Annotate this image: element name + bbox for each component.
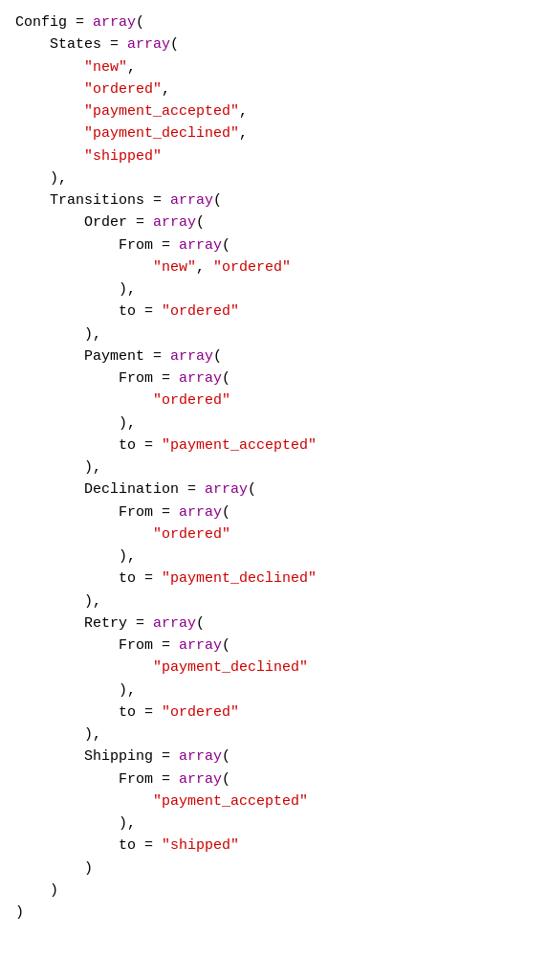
- code-line: ),: [15, 323, 531, 345]
- code-token: States =: [15, 36, 127, 53]
- code-token: "ordered": [162, 303, 239, 320]
- code-token: "ordered": [84, 81, 162, 98]
- code-token: ),: [15, 415, 136, 432]
- code-line: From = array(: [15, 635, 531, 657]
- code-token: to =: [15, 303, 162, 320]
- code-token: "ordered": [213, 259, 291, 276]
- code-line: "ordered": [15, 390, 531, 412]
- code-token: "payment_accepted": [84, 103, 239, 120]
- code-token: array: [127, 36, 170, 53]
- code-token: "ordered": [162, 704, 239, 721]
- code-token: ): [15, 904, 24, 921]
- code-token: (: [248, 481, 256, 498]
- code-token: [15, 81, 84, 98]
- code-token: From =: [15, 637, 179, 654]
- code-token: (: [222, 771, 230, 788]
- code-token: From =: [15, 237, 179, 254]
- code-token: to =: [15, 704, 162, 721]
- code-line: "new",: [15, 56, 531, 78]
- code-token: From =: [15, 771, 179, 788]
- code-token: ),: [15, 170, 67, 187]
- code-line: Retry = array(: [15, 612, 531, 635]
- code-token: (: [136, 14, 144, 31]
- code-token: (: [170, 36, 179, 53]
- code-line: to = "payment_accepted": [15, 434, 531, 457]
- code-line: Payment = array(: [15, 345, 531, 368]
- code-token: ,: [239, 103, 248, 120]
- code-line: From = array(: [15, 234, 531, 256]
- code-token: array: [93, 14, 136, 31]
- code-line: "payment_accepted": [15, 791, 531, 813]
- code-token: "new": [153, 259, 196, 276]
- code-token: [15, 659, 153, 676]
- code-line: to = "ordered": [15, 301, 531, 323]
- code-token: array: [153, 214, 196, 231]
- code-token: ),: [15, 326, 101, 343]
- code-token: "payment_declined": [162, 570, 317, 587]
- code-token: ): [15, 882, 58, 899]
- code-token: array: [179, 771, 222, 788]
- code-line: ): [15, 902, 531, 924]
- code-token: ): [15, 860, 93, 877]
- code-token: [15, 59, 84, 76]
- code-token: ,: [239, 125, 248, 142]
- code-line: ),: [15, 278, 531, 301]
- code-token: "ordered": [153, 526, 230, 543]
- code-token: "ordered": [153, 392, 230, 409]
- code-token: to =: [15, 437, 162, 454]
- code-token: From =: [15, 504, 179, 521]
- code-line: Shipping = array(: [15, 746, 531, 768]
- code-token: "payment_declined": [84, 125, 239, 142]
- code-token: (: [222, 237, 230, 254]
- code-token: [15, 793, 153, 810]
- code-token: ,: [127, 59, 136, 76]
- code-token: Transitions =: [15, 192, 170, 209]
- code-token: ),: [15, 593, 101, 610]
- code-token: (: [222, 637, 230, 654]
- code-token: ,: [196, 259, 213, 276]
- code-token: ),: [15, 548, 136, 565]
- code-token: Order =: [15, 214, 153, 231]
- code-line: ),: [15, 679, 531, 702]
- code-line: "shipped": [15, 145, 531, 167]
- code-token: Payment =: [15, 348, 170, 365]
- code-token: array: [205, 481, 248, 498]
- code-token: [15, 103, 84, 120]
- code-line: ),: [15, 813, 531, 835]
- code-token: ),: [15, 281, 136, 298]
- code-token: (: [222, 748, 230, 765]
- code-token: "shipped": [84, 148, 162, 165]
- code-line: "ordered",: [15, 78, 531, 100]
- code-line: to = "ordered": [15, 702, 531, 724]
- code-token: (: [213, 192, 222, 209]
- code-token: "payment_accepted": [162, 437, 317, 454]
- code-line: From = array(: [15, 368, 531, 390]
- code-line: "payment_accepted",: [15, 100, 531, 122]
- code-line: "payment_declined": [15, 657, 531, 679]
- code-line: Declination = array(: [15, 479, 531, 501]
- code-line: ): [15, 880, 531, 902]
- code-token: ),: [15, 815, 136, 832]
- code-token: "payment_accepted": [153, 793, 308, 810]
- code-token: to =: [15, 837, 162, 854]
- code-token: (: [196, 615, 205, 632]
- code-token: ,: [162, 81, 170, 98]
- code-token: array: [179, 237, 222, 254]
- code-line: "ordered": [15, 523, 531, 546]
- code-token: array: [153, 615, 196, 632]
- code-editor: Config = array( States = array( "new", "…: [15, 11, 531, 924]
- code-token: [15, 526, 153, 543]
- code-token: array: [170, 348, 213, 365]
- code-token: [15, 392, 153, 409]
- code-token: From =: [15, 370, 179, 387]
- code-token: ),: [15, 726, 101, 743]
- code-token: to =: [15, 570, 162, 587]
- code-token: Config =: [15, 14, 93, 31]
- code-line: ),: [15, 412, 531, 434]
- code-token: Shipping =: [15, 748, 179, 765]
- code-line: Config = array(: [15, 11, 531, 33]
- code-line: ),: [15, 590, 531, 612]
- code-token: Declination =: [15, 481, 205, 498]
- code-token: Retry =: [15, 615, 153, 632]
- code-token: array: [179, 370, 222, 387]
